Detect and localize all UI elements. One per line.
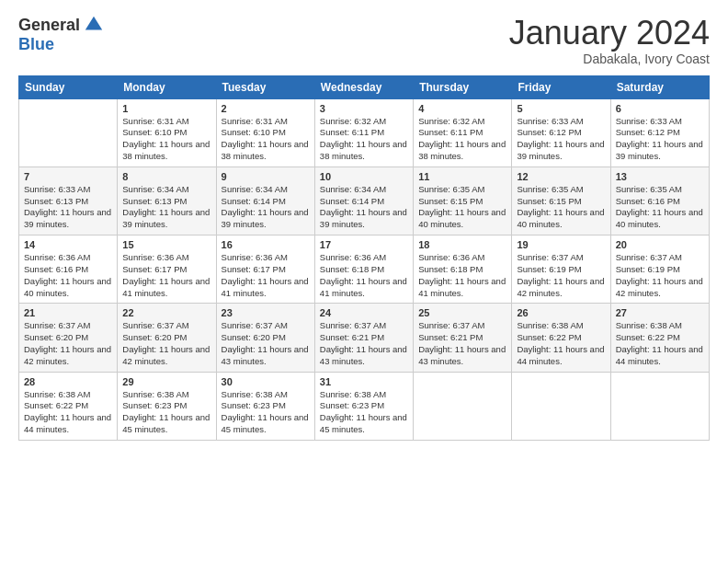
day-cell-4-4 (414, 372, 512, 440)
day-info-1-5: Sunrise: 6:35 AM Sunset: 6:15 PM Dayligh… (517, 184, 605, 231)
day-number-0-5: 5 (517, 103, 605, 114)
header-wednesday: Wednesday (314, 75, 413, 98)
day-info-2-0: Sunrise: 6:36 AM Sunset: 6:16 PM Dayligh… (24, 252, 112, 299)
day-cell-2-2: 16Sunrise: 6:36 AM Sunset: 6:17 PM Dayli… (216, 236, 314, 304)
day-number-1-3: 10 (320, 171, 408, 182)
day-number-3-2: 23 (222, 307, 310, 318)
day-cell-4-2: 30Sunrise: 6:38 AM Sunset: 6:23 PM Dayli… (216, 372, 314, 440)
day-cell-1-0: 7Sunrise: 6:33 AM Sunset: 6:13 PM Daylig… (19, 167, 118, 235)
day-info-3-5: Sunrise: 6:38 AM Sunset: 6:22 PM Dayligh… (517, 320, 605, 367)
day-number-0-6: 6 (616, 103, 704, 114)
day-info-1-1: Sunrise: 6:34 AM Sunset: 6:13 PM Dayligh… (122, 184, 210, 231)
day-info-2-3: Sunrise: 6:36 AM Sunset: 6:18 PM Dayligh… (320, 252, 408, 299)
day-number-0-1: 1 (122, 103, 210, 114)
day-cell-0-4: 4Sunrise: 6:32 AM Sunset: 6:11 PM Daylig… (414, 98, 512, 167)
day-info-1-3: Sunrise: 6:34 AM Sunset: 6:14 PM Dayligh… (320, 184, 408, 231)
day-number-0-4: 4 (418, 103, 506, 114)
day-info-3-0: Sunrise: 6:37 AM Sunset: 6:20 PM Dayligh… (24, 320, 112, 367)
title-section: January 2024 Dabakala, Ivory Coast (509, 15, 710, 66)
day-number-3-1: 22 (122, 307, 210, 318)
logo: General Blue (18, 15, 104, 54)
day-number-3-6: 27 (616, 307, 704, 318)
week-row-3: 21Sunrise: 6:37 AM Sunset: 6:20 PM Dayli… (19, 304, 710, 372)
day-number-0-2: 2 (222, 103, 310, 114)
day-number-1-5: 12 (517, 171, 605, 182)
day-cell-1-1: 8Sunrise: 6:34 AM Sunset: 6:13 PM Daylig… (118, 167, 216, 235)
day-info-3-3: Sunrise: 6:37 AM Sunset: 6:21 PM Dayligh… (320, 320, 408, 367)
week-row-2: 14Sunrise: 6:36 AM Sunset: 6:16 PM Dayli… (19, 236, 710, 304)
day-info-2-1: Sunrise: 6:36 AM Sunset: 6:17 PM Dayligh… (122, 252, 210, 299)
day-cell-1-5: 12Sunrise: 6:35 AM Sunset: 6:15 PM Dayli… (512, 167, 610, 235)
day-info-1-2: Sunrise: 6:34 AM Sunset: 6:14 PM Dayligh… (222, 184, 310, 231)
day-info-2-4: Sunrise: 6:36 AM Sunset: 6:18 PM Dayligh… (418, 252, 506, 299)
day-number-2-1: 15 (122, 239, 210, 250)
day-cell-2-0: 14Sunrise: 6:36 AM Sunset: 6:16 PM Dayli… (19, 236, 118, 304)
day-info-4-3: Sunrise: 6:38 AM Sunset: 6:23 PM Dayligh… (320, 389, 408, 436)
header-thursday: Thursday (414, 75, 512, 98)
day-cell-3-3: 24Sunrise: 6:37 AM Sunset: 6:21 PM Dayli… (314, 304, 413, 372)
day-info-0-3: Sunrise: 6:32 AM Sunset: 6:11 PM Dayligh… (320, 116, 408, 163)
day-number-3-5: 26 (517, 307, 605, 318)
day-number-3-3: 24 (320, 307, 408, 318)
day-number-2-6: 20 (616, 239, 704, 250)
day-cell-4-5 (512, 372, 610, 440)
day-info-1-6: Sunrise: 6:35 AM Sunset: 6:16 PM Dayligh… (616, 184, 704, 231)
day-cell-4-0: 28Sunrise: 6:38 AM Sunset: 6:22 PM Dayli… (19, 372, 118, 440)
day-info-0-6: Sunrise: 6:33 AM Sunset: 6:12 PM Dayligh… (616, 116, 704, 163)
week-row-4: 28Sunrise: 6:38 AM Sunset: 6:22 PM Dayli… (19, 372, 710, 440)
day-number-3-0: 21 (24, 307, 112, 318)
day-info-1-0: Sunrise: 6:33 AM Sunset: 6:13 PM Dayligh… (24, 184, 112, 231)
logo-general-text: General (18, 16, 80, 35)
day-info-2-5: Sunrise: 6:37 AM Sunset: 6:19 PM Dayligh… (517, 252, 605, 299)
day-cell-2-3: 17Sunrise: 6:36 AM Sunset: 6:18 PM Dayli… (314, 236, 413, 304)
svg-marker-0 (85, 17, 102, 30)
day-info-3-6: Sunrise: 6:38 AM Sunset: 6:22 PM Dayligh… (616, 320, 704, 367)
day-cell-1-4: 11Sunrise: 6:35 AM Sunset: 6:15 PM Dayli… (414, 167, 512, 235)
month-title: January 2024 (509, 15, 710, 52)
day-info-4-2: Sunrise: 6:38 AM Sunset: 6:23 PM Dayligh… (222, 389, 310, 436)
day-info-4-0: Sunrise: 6:38 AM Sunset: 6:22 PM Dayligh… (24, 389, 112, 436)
weekday-header-row: Sunday Monday Tuesday Wednesday Thursday… (19, 75, 710, 98)
day-cell-3-5: 26Sunrise: 6:38 AM Sunset: 6:22 PM Dayli… (512, 304, 610, 372)
day-number-1-4: 11 (418, 171, 506, 182)
day-info-4-1: Sunrise: 6:38 AM Sunset: 6:23 PM Dayligh… (122, 389, 210, 436)
day-cell-4-1: 29Sunrise: 6:38 AM Sunset: 6:23 PM Dayli… (118, 372, 216, 440)
day-info-0-2: Sunrise: 6:31 AM Sunset: 6:10 PM Dayligh… (222, 116, 310, 163)
day-info-3-2: Sunrise: 6:37 AM Sunset: 6:20 PM Dayligh… (222, 320, 310, 367)
day-number-1-1: 8 (122, 171, 210, 182)
day-cell-2-5: 19Sunrise: 6:37 AM Sunset: 6:19 PM Dayli… (512, 236, 610, 304)
day-number-4-3: 31 (320, 376, 408, 387)
day-number-0-3: 3 (320, 103, 408, 114)
day-cell-1-6: 13Sunrise: 6:35 AM Sunset: 6:16 PM Dayli… (610, 167, 709, 235)
day-cell-0-6: 6Sunrise: 6:33 AM Sunset: 6:12 PM Daylig… (610, 98, 709, 167)
location-text: Dabakala, Ivory Coast (509, 52, 710, 66)
day-cell-2-4: 18Sunrise: 6:36 AM Sunset: 6:18 PM Dayli… (414, 236, 512, 304)
day-number-2-2: 16 (222, 239, 310, 250)
day-info-3-4: Sunrise: 6:37 AM Sunset: 6:21 PM Dayligh… (418, 320, 506, 367)
day-info-3-1: Sunrise: 6:37 AM Sunset: 6:20 PM Dayligh… (122, 320, 210, 367)
day-number-3-4: 25 (418, 307, 506, 318)
header-saturday: Saturday (610, 75, 709, 98)
day-cell-3-2: 23Sunrise: 6:37 AM Sunset: 6:20 PM Dayli… (216, 304, 314, 372)
day-cell-2-1: 15Sunrise: 6:36 AM Sunset: 6:17 PM Dayli… (118, 236, 216, 304)
day-number-1-0: 7 (24, 171, 112, 182)
header-sunday: Sunday (19, 75, 118, 98)
day-cell-3-0: 21Sunrise: 6:37 AM Sunset: 6:20 PM Dayli… (19, 304, 118, 372)
header-friday: Friday (512, 75, 610, 98)
day-cell-3-1: 22Sunrise: 6:37 AM Sunset: 6:20 PM Dayli… (118, 304, 216, 372)
day-number-4-1: 29 (122, 376, 210, 387)
day-info-2-2: Sunrise: 6:36 AM Sunset: 6:17 PM Dayligh… (222, 252, 310, 299)
day-info-0-5: Sunrise: 6:33 AM Sunset: 6:12 PM Dayligh… (517, 116, 605, 163)
day-info-1-4: Sunrise: 6:35 AM Sunset: 6:15 PM Dayligh… (418, 184, 506, 231)
header: General Blue January 2024 Dabakala, Ivor… (18, 15, 710, 66)
day-number-2-4: 18 (418, 239, 506, 250)
day-cell-1-2: 9Sunrise: 6:34 AM Sunset: 6:14 PM Daylig… (216, 167, 314, 235)
day-number-2-5: 19 (517, 239, 605, 250)
calendar-table: Sunday Monday Tuesday Wednesday Thursday… (18, 75, 710, 441)
day-cell-3-4: 25Sunrise: 6:37 AM Sunset: 6:21 PM Dayli… (414, 304, 512, 372)
day-cell-0-2: 2Sunrise: 6:31 AM Sunset: 6:10 PM Daylig… (216, 98, 314, 167)
logo-icon (84, 15, 104, 35)
day-number-2-0: 14 (24, 239, 112, 250)
day-info-0-1: Sunrise: 6:31 AM Sunset: 6:10 PM Dayligh… (122, 116, 210, 163)
day-cell-0-1: 1Sunrise: 6:31 AM Sunset: 6:10 PM Daylig… (118, 98, 216, 167)
